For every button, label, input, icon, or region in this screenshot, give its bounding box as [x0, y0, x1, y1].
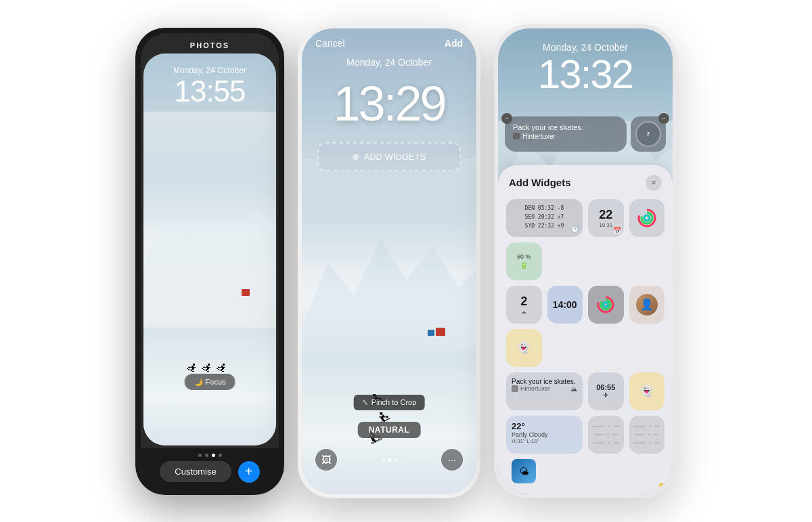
weather-icon: ⛅ — [658, 481, 667, 490]
widget-row-1: − Pack your ice skates. Hintertuxer − 2 — [505, 116, 666, 152]
svg-point-2 — [644, 215, 650, 221]
snap-widget-2[interactable]: 👻 — [629, 372, 665, 410]
alarm-widget[interactable]: 06:55 ✈ — [588, 372, 624, 410]
pinch-text: Pinch to Crop — [371, 398, 417, 406]
blue-hut-p2 — [428, 330, 434, 336]
phone-2: ⛷ ⛷ ⛷ Cancel Add Monday, 24 October 13:2… — [298, 24, 480, 498]
activity-big-svg — [595, 295, 616, 315]
phone-1-lockscreen: ⛷ ⛷ ⛷ Monday, 24 October 13:55 🌙 Focus — [143, 53, 276, 445]
phone-3-screen-area: Monday, 24 October 13:32 − Pack your ice… — [498, 28, 673, 494]
phone-1-bottom-bar: Customise + — [141, 448, 279, 490]
placeholder-dots-1: × × × — [593, 423, 619, 445]
time-val: 14:00 — [553, 299, 577, 310]
pack-wide-title: Pack your ice skates. — [512, 378, 577, 385]
plus-icon: ⊕ — [353, 152, 360, 162]
skier-2: ⛷ — [200, 362, 211, 374]
dot-2 — [205, 454, 208, 457]
cal-num: 22 — [599, 208, 612, 222]
battery-icon: 🔋 — [520, 261, 528, 269]
world-clock-text: DEN 05:32 -8 SEO 20:32 +7 SYD 22:32 +9 — [525, 204, 564, 230]
lockscreen-overlay: Monday, 24 October 13:55 — [143, 53, 276, 109]
customise-button[interactable]: Customise — [160, 461, 231, 482]
alarm-time: 06:55 — [596, 383, 615, 391]
panel-header: Add Widgets × — [506, 175, 664, 191]
world-clock-widget[interactable]: DEN 05:32 -8 SEO 20:32 +7 SYD 22:32 +9 🕐 — [506, 199, 583, 237]
mountain-icon: ⛰ — [570, 385, 577, 393]
skier-1: ⛷ — [185, 362, 196, 374]
pack-subtitle: Hintertuxer — [513, 133, 618, 140]
svg-point-1 — [641, 213, 652, 223]
remove-pack-btn[interactable]: − — [501, 113, 512, 124]
remove-clock-btn[interactable]: − — [658, 113, 669, 124]
avatar-widget[interactable]: 👤 — [629, 286, 665, 324]
pinch-crop-label: ⤡ Pinch to Crop — [354, 395, 425, 410]
activity-rings-svg — [636, 207, 658, 229]
panel-close-button[interactable]: × — [646, 175, 662, 191]
p3-time: 13:32 — [509, 54, 662, 95]
clock-widget[interactable]: − 2 — [631, 116, 666, 152]
calendar-widget[interactable]: 22 18 31 📅 — [588, 199, 624, 237]
dot-1 — [198, 454, 202, 457]
snap-icon-2: 👻 — [640, 385, 654, 397]
snapchat-widget[interactable]: 👻 — [506, 329, 542, 367]
activity-big-widget[interactable] — [588, 286, 624, 324]
weather-app-icon: 🌤 — [506, 459, 542, 483]
num2-widget[interactable]: 2 ☁ — [506, 286, 542, 324]
activity-widget[interactable] — [629, 199, 665, 237]
focus-icon: 🌙 — [194, 378, 202, 386]
widget-grid-row2: 2 ☁ 14:00 👤 👻 — [506, 286, 664, 367]
focus-pill[interactable]: 🌙 Focus — [185, 374, 235, 390]
pack-wide-sub: Hintertuxer ⛰ — [512, 385, 577, 393]
cal-sub: 18 31 — [599, 222, 612, 228]
weather-temp: 22° — [512, 421, 577, 431]
wc-den: DEN 05:32 -8 — [525, 204, 564, 213]
pack-widget[interactable]: − Pack your ice skates. Hintertuxer — [505, 116, 627, 152]
widget-grid-row3: Pack your ice skates. Hintertuxer ⛰ 06:5… — [506, 372, 664, 410]
add-widgets-panel: Add Widgets × DEN 05:32 -8 SEO 20:32 +7 … — [498, 165, 673, 494]
date-pill: Monday, 24 October — [330, 53, 448, 72]
panel-title: Add Widgets — [509, 177, 571, 188]
phone-1-header: PHOTOS — [141, 33, 279, 53]
battery-text: 60 % — [517, 253, 531, 261]
weather-hl: H:31° L:18° — [512, 438, 577, 444]
crop-icon: ⤡ — [362, 398, 368, 407]
phone-2-bottom-controls: 🖼 ··· — [302, 449, 476, 471]
page-dots — [198, 454, 222, 457]
clock-num: 2 — [647, 131, 650, 136]
more-icon[interactable]: ··· — [441, 449, 463, 471]
num2-val: 2 — [520, 295, 527, 309]
pack-wide-widget[interactable]: Pack your ice skates. Hintertuxer ⛰ — [506, 372, 583, 410]
time-display: 13:29 — [333, 76, 445, 131]
weather-widget[interactable]: 22° Partly Cloudy H:31° L:18° ⛅ — [506, 416, 583, 454]
battery-widget[interactable]: 60 % 🔋 — [506, 242, 542, 280]
dot-4 — [219, 454, 222, 457]
phone-3: Monday, 24 October 13:32 − Pack your ice… — [494, 24, 677, 498]
pack-sub-icon — [513, 133, 520, 139]
add-widgets-button[interactable]: ⊕ ADD WIDGETS — [317, 142, 461, 171]
gallery-icon[interactable]: 🖼 — [315, 449, 337, 471]
add-button[interactable]: Add — [445, 38, 463, 49]
phone-2-topbar: Cancel Add — [302, 28, 476, 49]
phone-1: PHOTOS ⛷ ⛷ ⛷ Monday, 24 October 13:55 🌙 — [135, 28, 284, 495]
cancel-button[interactable]: Cancel — [315, 38, 345, 49]
widget-area: − Pack your ice skates. Hintertuxer − 2 — [505, 116, 666, 152]
wc-syd: SYD 22:32 +9 — [525, 222, 564, 231]
weather-app-logo: 🌤 — [512, 459, 536, 483]
customise-row: Customise + — [149, 461, 271, 483]
focus-label: Focus — [206, 378, 226, 386]
lock-date: Monday, 24 October — [154, 66, 265, 75]
red-hut-p2 — [436, 328, 445, 336]
natural-label: NATURAL — [358, 422, 421, 438]
time-widget[interactable]: 14:00 — [547, 286, 583, 324]
snapchat-icon: 👻 — [517, 341, 531, 354]
add-widgets-label: ADD WIDGETS — [364, 152, 426, 162]
add-button[interactable]: + — [238, 461, 260, 483]
skiers: ⛷ ⛷ ⛷ — [185, 362, 226, 374]
svg-point-5 — [604, 302, 608, 307]
placeholder-1: × × × — [588, 416, 624, 454]
cal-icon: 📅 — [613, 227, 621, 234]
phone-1-screen-area: PHOTOS ⛷ ⛷ ⛷ Monday, 24 October 13:55 🌙 — [141, 33, 279, 490]
avatar-img: 👤 — [636, 294, 658, 316]
phone3-lockscreen: Monday, 24 October 13:32 — [498, 28, 673, 95]
weather-desc: Partly Cloudy — [512, 431, 577, 438]
